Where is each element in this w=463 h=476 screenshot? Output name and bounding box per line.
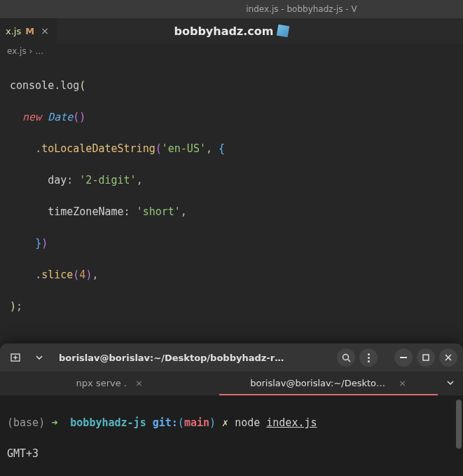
- cube-icon: [277, 25, 290, 38]
- maximize-button[interactable]: [417, 348, 435, 367]
- new-tab-button[interactable]: [6, 348, 25, 367]
- code-line: .toLocaleDateString('en-US', {: [10, 141, 453, 157]
- svg-rect-8: [400, 357, 407, 358]
- code-line: day: '2-digit',: [10, 172, 453, 189]
- svg-point-3: [343, 354, 348, 360]
- terminal-line: (base) ➜ bobbyhadz-js git:(main) ✗ node …: [7, 415, 456, 430]
- menu-button[interactable]: [359, 348, 378, 367]
- scrollbar[interactable]: [456, 400, 462, 449]
- svg-rect-9: [423, 355, 429, 360]
- terminal-tab-label: npx serve .: [76, 378, 127, 388]
- svg-point-6: [368, 357, 370, 359]
- chevron-down-icon[interactable]: [29, 348, 49, 367]
- svg-point-5: [368, 353, 370, 355]
- code-line: timeZoneName: 'short',: [10, 204, 453, 220]
- terminal-line: GMT+3: [7, 446, 456, 461]
- close-icon[interactable]: ×: [399, 378, 406, 388]
- code-line: .slice(4),: [10, 267, 453, 283]
- breadcrumb-rest: …: [35, 46, 43, 56]
- terminal-body[interactable]: (base) ➜ bobbyhadz-js git:(main) ✗ node …: [0, 395, 463, 476]
- minimize-button[interactable]: [394, 348, 413, 367]
- url-display: bobbyhadz.com: [174, 25, 289, 38]
- editor-tab-row: x.js M × bobbyhadz.com: [0, 18, 463, 43]
- svg-point-7: [368, 360, 370, 362]
- terminal-header: borislav@borislav:~/Desktop/bobbyhadz-r…: [0, 344, 463, 372]
- editor-tab[interactable]: x.js M ×: [0, 18, 57, 43]
- url-text: bobbyhadz.com: [174, 25, 274, 38]
- tab-modified-badge: M: [25, 26, 34, 36]
- terminal-tab-2[interactable]: borislav@borislav:~/Desktop/b… ×: [219, 372, 438, 395]
- window-title: index.js - bobbyhadz-js - V: [246, 4, 357, 14]
- code-line: );: [10, 299, 453, 315]
- breadcrumb-file: ex.js: [7, 46, 27, 56]
- close-icon[interactable]: ×: [39, 25, 51, 36]
- code-line: console.log(: [10, 78, 453, 94]
- window-title-bar: index.js - bobbyhadz-js - V: [0, 0, 463, 18]
- terminal-tab-label: borislav@borislav:~/Desktop/b…: [250, 378, 390, 388]
- tabs-dropdown[interactable]: [438, 372, 463, 395]
- search-button[interactable]: [337, 348, 355, 367]
- terminal-tabs: npx serve . × borislav@borislav:~/Deskto…: [0, 372, 463, 395]
- code-line: }): [10, 236, 453, 252]
- terminal-window: borislav@borislav:~/Desktop/bobbyhadz-r……: [0, 344, 463, 476]
- svg-line-4: [347, 359, 350, 362]
- breadcrumb-sep: ›: [29, 46, 33, 56]
- close-button[interactable]: [439, 348, 457, 367]
- tab-filename: x.js: [6, 26, 21, 36]
- terminal-title: borislav@borislav:~/Desktop/bobbyhadz-r…: [53, 353, 333, 363]
- close-icon[interactable]: ×: [135, 378, 143, 388]
- breadcrumb[interactable]: ex.js › …: [0, 43, 463, 59]
- terminal-tab-1[interactable]: npx serve . ×: [0, 372, 219, 395]
- code-line: new Date(): [10, 109, 453, 125]
